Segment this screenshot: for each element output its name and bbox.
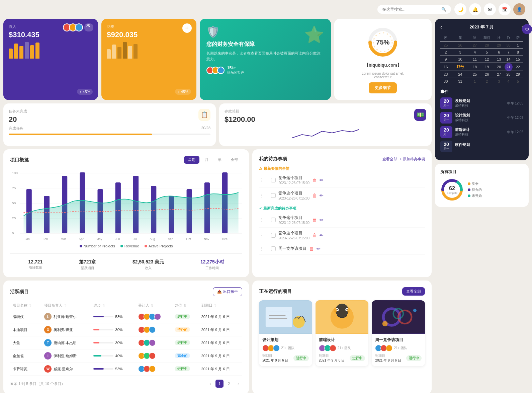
cal-day[interactable]: 31 [451,78,469,85]
drag-handle-2[interactable]: ⋮⋮ [259,217,268,223]
cal-day[interactable]: 4 [505,78,513,85]
cal-day[interactable]: 7 [505,49,513,56]
row-assignee-1 [136,323,172,336]
todo-delete-3[interactable]: 🗑 [312,233,317,238]
drag-handle-4[interactable]: ⋮⋮ [259,246,268,251]
cal-day[interactable]: 3 [494,78,504,85]
cal-day[interactable]: 2 [440,49,451,56]
cal-day[interactable]: 18 [469,63,480,71]
todo-edit-4[interactable]: ✏ [317,246,321,251]
todo-delete-2[interactable]: 🗑 [312,217,317,223]
todo-check-4[interactable] [271,246,276,251]
todo-add[interactable]: + 添加待办事项 [400,157,425,162]
sort-lead[interactable]: ⇅ [64,304,67,307]
cal-day[interactable]: 22 [513,63,523,71]
cal-day[interactable]: 1 [513,42,523,49]
sort-assignee[interactable]: ⇅ [151,304,154,307]
export-btn[interactable]: 📤 出口报告 [213,287,242,296]
cal-day[interactable]: 1 [469,78,480,85]
todo-check-0[interactable] [271,178,276,182]
view-all-running[interactable]: 查看全部 [402,287,425,296]
cal-day[interactable]: 12 [480,56,494,63]
theme-toggle[interactable]: 🌙 [454,3,466,15]
sort-progress[interactable]: ⇅ [102,304,105,307]
cal-day[interactable]: 25 [440,42,451,49]
drag-handle-1[interactable]: ⋮⋮ [259,193,268,198]
project-status-0: 进行中 [293,355,309,361]
apw-title: 所有项目 [440,169,456,175]
cal-day[interactable]: 29 [494,42,504,49]
todo-delete-0[interactable]: 🗑 [312,177,317,183]
cal-day[interactable]: 28 [480,42,494,49]
cal-week-5: 30 31 1 2 3 4 5 [440,78,523,85]
cal-day[interactable]: 5 [480,49,494,56]
cal-day[interactable]: 20 [494,63,504,71]
sort-status[interactable]: ⇅ [184,304,186,307]
cal-prev[interactable]: ‹ [440,24,442,30]
todo-view-all[interactable]: 查看全部 [382,157,397,162]
todo-check-2[interactable] [271,218,276,222]
calendar-icon[interactable]: 📅 [499,3,511,15]
todo-delete-1[interactable]: 🗑 [312,193,317,198]
cal-day[interactable]: 24 [451,71,469,78]
cal-day[interactable]: 10 [451,56,469,63]
ebar-2 [112,45,116,59]
tab-all[interactable]: 全部 [227,156,242,164]
cal-day[interactable]: 30 [505,42,513,49]
cal-day[interactable]: 26 [480,71,494,78]
todo-check-3[interactable] [271,233,276,238]
cal-day[interactable]: 5 [513,78,523,85]
todo-delete-4[interactable]: 🗑 [309,246,314,251]
cal-day[interactable]: 9 [440,56,451,63]
cal-day[interactable]: 30 [440,78,451,85]
notifications-icon[interactable]: 🔔 [469,3,481,15]
page-prev[interactable]: ‹ [206,380,214,388]
cal-day[interactable]: 29 [513,71,523,78]
mail-icon[interactable]: ✉ [484,3,496,15]
cal-day[interactable]: 8 [513,49,523,56]
cal-day[interactable]: 2 [480,78,494,85]
cal-day[interactable]: 25 [469,71,480,78]
drag-handle-3[interactable]: ⋮⋮ [259,233,268,238]
todo-check-1[interactable] [271,193,276,198]
todo-edit-1[interactable]: ✏ [320,193,324,198]
cal-day[interactable]: 4 [469,49,480,56]
cal-day[interactable]: 13 [494,56,504,63]
cal-week-1: 2 3 4 5 6 7 8 [440,49,523,56]
todo-actions[interactable]: 查看全部 + 添加待办事项 [382,157,425,162]
bar-2 [14,44,18,59]
cal-day-today[interactable]: 21 [505,63,513,71]
sort-name[interactable]: ⇅ [29,304,32,307]
tab-month[interactable]: 月 [201,156,212,164]
page-2[interactable]: 2 [225,380,233,388]
cal-day[interactable]: 3 [451,49,469,56]
cal-day[interactable]: 6 [494,49,504,56]
tab-week[interactable]: 星期 [184,156,199,164]
user-avatar[interactable]: 👤 [513,3,525,15]
tab-year[interactable]: 年 [214,156,226,164]
cal-day[interactable]: 11 [469,56,480,63]
search-box[interactable]: 🔍 [377,5,451,14]
project-img-1 [316,300,369,334]
sort-due[interactable]: ⇅ [214,304,217,307]
cal-day[interactable]: 28 [505,71,513,78]
page-next[interactable]: › [234,380,242,388]
cal-day[interactable]: 19 [480,63,494,71]
cal-day[interactable]: 23 [440,71,451,78]
month-aug: Aug [150,237,155,241]
search-input[interactable] [382,7,439,12]
cal-day[interactable]: 27 [469,42,480,49]
donut-more-btn[interactable]: 更多细节 [369,82,397,93]
todo-edit-0[interactable]: ✏ [320,177,324,183]
cal-day[interactable]: 26 [451,42,469,49]
cal-day[interactable]: 27 [494,71,504,78]
cal-day has-event[interactable]: 17号 [451,63,469,71]
page-1[interactable]: 1 [215,380,224,388]
cal-day[interactable]: 16 [440,63,451,71]
settings-gear[interactable]: ⚙ [522,24,532,34]
drag-handle-0[interactable]: ⋮⋮ [259,177,268,183]
todo-edit-2[interactable]: ✏ [320,217,324,223]
cal-day[interactable]: 14 [505,56,513,63]
cal-day[interactable]: 15 [513,56,523,63]
todo-edit-3[interactable]: ✏ [320,233,324,238]
